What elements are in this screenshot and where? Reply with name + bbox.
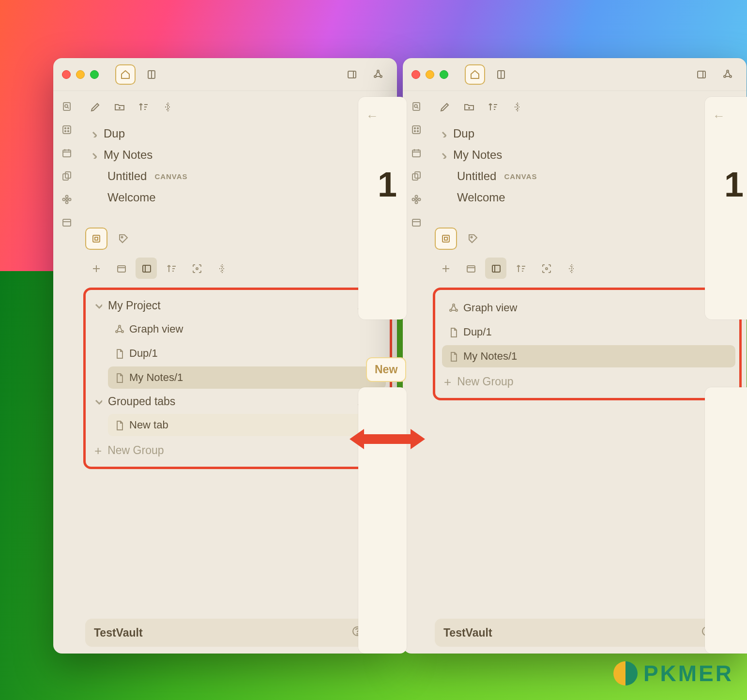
workspaces-tab[interactable] [435,228,457,250]
add-icon[interactable] [85,258,107,279]
folder-dup[interactable]: Dup [84,123,391,144]
plugin-icon[interactable] [60,193,74,206]
folder-label: Dup [104,127,125,140]
right-panel-toggle[interactable] [691,64,712,85]
group-my-project[interactable]: My Project [90,295,386,316]
quick-switcher-icon[interactable] [60,100,74,113]
graph-icon [448,303,458,313]
folder-my-notes[interactable]: My Notes [84,144,391,166]
quick-switcher-icon[interactable] [410,100,423,113]
group-grouped-tabs[interactable]: Grouped tabs [90,391,386,412]
group-item-graph-view[interactable]: Graph view [108,318,386,340]
add-icon[interactable] [435,258,456,279]
folder-dup[interactable]: Dup [434,123,741,144]
sort-icon[interactable] [510,258,532,279]
tags-tab[interactable] [112,228,135,250]
home-tab[interactable] [115,64,136,85]
window-icon[interactable] [460,258,481,279]
minimize-window[interactable] [76,70,85,79]
minimize-window[interactable] [426,70,434,79]
layout-icon[interactable] [60,216,74,229]
dice-icon[interactable] [60,123,74,137]
file-icon [114,348,124,359]
focus-icon[interactable] [186,258,207,279]
group-item-my-notes-1[interactable]: My Notes/1 [442,345,735,367]
content-digit: 1 [724,165,744,204]
back-icon[interactable]: ← [366,108,379,123]
back-icon[interactable]: ← [713,108,725,123]
group-item-my-notes-1[interactable]: My Notes/1 [108,366,386,389]
collapse-icon[interactable] [211,258,232,279]
item-label: Graph view [129,323,183,335]
content-digit: 1 [378,165,397,204]
chevron-right-icon [89,148,99,162]
right-panel-toggle[interactable] [342,64,362,85]
file-label: Untitled [457,169,496,183]
graph-button[interactable] [368,64,388,85]
panel-view-icon[interactable] [136,258,157,279]
groups-highlight: My Project Graph view Dup/1 My Note [83,288,392,469]
panel-view-icon[interactable] [485,258,506,279]
plugin-icon[interactable] [410,193,423,206]
titlebar [403,58,747,91]
tags-tab[interactable] [462,228,484,250]
folder-my-notes[interactable]: My Notes [434,144,741,166]
window-icon[interactable] [110,258,132,279]
calendar-icon[interactable] [410,146,423,160]
group-item-dup-1[interactable]: Dup/1 [108,342,386,365]
collapse-icon[interactable] [561,258,582,279]
sort-icon[interactable] [134,97,154,117]
workspaces-tab[interactable] [85,228,107,250]
vault-footer: TestVault [435,619,740,647]
group-item-dup-1[interactable]: Dup/1 [442,321,735,343]
group-item-graph-view[interactable]: Graph view [442,297,735,319]
collapse-icon[interactable] [507,97,528,117]
item-label: My Notes/1 [129,371,183,384]
layout-icon[interactable] [410,216,423,229]
new-folder-icon[interactable] [459,97,479,117]
zoom-window[interactable] [440,70,448,79]
folder-label: My Notes [453,148,502,162]
file-icon [114,372,124,383]
collapse-icon[interactable] [158,97,178,117]
canvas-badge: CANVAS [154,172,187,181]
comparison-arrow-icon [350,426,425,452]
canvas-badge: CANVAS [504,172,537,181]
dice-icon[interactable] [410,123,423,137]
watermark-text: PKMER [643,660,733,686]
copy-icon[interactable] [410,169,423,183]
file-welcome[interactable]: Welcome [84,187,391,208]
new-group-button[interactable]: + New Group [439,369,735,390]
file-untitled[interactable]: Untitled CANVAS [84,166,391,187]
focus-icon[interactable] [535,258,557,279]
sidebar: Dup My Notes Untitled CANVAS Welcome [430,91,747,654]
new-group-label: New Group [107,444,164,457]
group-label: Grouped tabs [108,395,175,408]
sort-icon[interactable] [161,258,182,279]
file-untitled[interactable]: Untitled CANVAS [434,166,741,187]
home-tab[interactable] [465,64,485,85]
app-window-right: Dup My Notes Untitled CANVAS Welcome [403,58,747,654]
vault-footer: TestVault [85,619,390,647]
new-note-icon[interactable] [435,97,455,117]
close-window[interactable] [412,70,420,79]
copy-icon[interactable] [60,169,74,183]
file-welcome[interactable]: Welcome [434,187,741,208]
new-folder-icon[interactable] [109,97,130,117]
calendar-icon[interactable] [60,146,74,160]
new-group-button[interactable]: + New Group [90,438,386,459]
reading-tab[interactable] [491,64,511,85]
file-tree: Dup My Notes Untitled CANVAS Welcome [80,121,395,210]
file-icon [114,420,124,430]
reading-tab[interactable] [141,64,162,85]
item-label: New tab [129,419,168,431]
sort-icon[interactable] [483,97,503,117]
group-item-new-tab[interactable]: New tab [108,414,386,436]
close-window[interactable] [62,70,71,79]
item-label: My Notes/1 [463,350,517,363]
zoom-window[interactable] [90,70,99,79]
editor-peek-left: ← 1 [358,97,407,320]
new-tab-pill[interactable]: New [366,357,406,382]
new-note-icon[interactable] [85,97,106,117]
graph-button[interactable] [717,64,738,85]
